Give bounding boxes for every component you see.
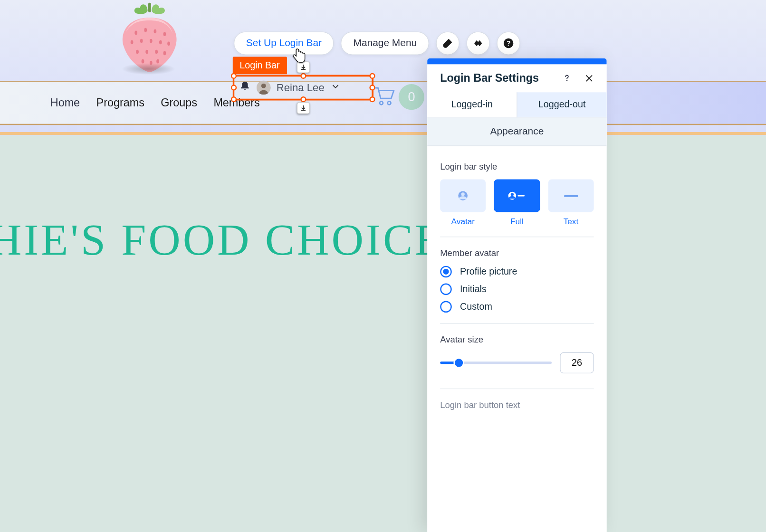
cart-count-badge: 0 xyxy=(399,84,424,110)
avatar-size-input[interactable]: 26 xyxy=(560,352,594,373)
svg-point-3 xyxy=(153,29,156,34)
strawberry-logo xyxy=(109,0,191,76)
element-action-toolbar: Set Up Login Bar Manage Menu ? xyxy=(234,31,520,55)
radio-label: Profile picture xyxy=(460,266,517,277)
pin-bottom-icon[interactable] xyxy=(297,102,309,114)
section-divider xyxy=(0,132,766,135)
radio-custom[interactable]: Custom xyxy=(440,301,594,313)
svg-point-20 xyxy=(388,101,391,104)
style-option-full[interactable]: Full xyxy=(494,180,540,226)
radio-label: Initials xyxy=(460,284,487,294)
tab-logged-out[interactable]: Logged-out xyxy=(517,92,606,117)
radio-icon xyxy=(440,284,452,295)
svg-point-25 xyxy=(461,192,465,196)
login-bar-button-text-label: Login bar button text xyxy=(440,399,594,409)
svg-point-8 xyxy=(159,40,162,45)
help-icon-button[interactable]: ? xyxy=(497,31,520,55)
help-icon xyxy=(562,73,572,84)
selection-tag: Login Bar xyxy=(233,57,287,74)
radio-icon xyxy=(440,266,452,278)
member-avatar-label: Member avatar xyxy=(440,248,594,258)
nav-item-groups[interactable]: Groups xyxy=(161,96,197,109)
svg-point-22 xyxy=(261,84,266,88)
paintbrush-icon xyxy=(442,38,454,49)
style-option-avatar[interactable]: Avatar xyxy=(440,180,486,226)
svg-point-13 xyxy=(163,51,166,56)
manage-menu-button[interactable]: Manage Menu xyxy=(341,31,429,55)
help-icon: ? xyxy=(503,38,515,49)
svg-point-12 xyxy=(155,50,158,54)
svg-point-4 xyxy=(163,32,166,36)
style-option-label: Text xyxy=(548,217,594,226)
tab-logged-in[interactable]: Logged-in xyxy=(427,92,517,117)
svg-point-27 xyxy=(511,193,514,196)
svg-point-10 xyxy=(136,50,139,54)
animation-icon xyxy=(472,38,484,49)
cart-icon xyxy=(374,86,395,109)
style-option-label: Avatar xyxy=(440,217,486,226)
radio-icon xyxy=(440,301,452,313)
panel-accent-bar xyxy=(427,58,607,64)
design-icon-button[interactable] xyxy=(436,31,460,55)
chevron-down-icon xyxy=(330,81,341,94)
svg-point-23 xyxy=(566,80,567,81)
svg-point-9 xyxy=(167,42,170,46)
close-icon xyxy=(584,74,594,83)
site-body: HIE'S FOOD CHOICE xyxy=(0,135,766,532)
nav-item-programs[interactable]: Programs xyxy=(96,96,144,109)
pointer-cursor-icon xyxy=(291,48,307,64)
avatar xyxy=(257,81,271,95)
nav-item-home[interactable]: Home xyxy=(50,96,80,109)
avatar-size-label: Avatar size xyxy=(440,334,594,344)
svg-point-7 xyxy=(150,39,153,43)
svg-point-2 xyxy=(144,28,147,32)
radio-initials[interactable]: Initials xyxy=(440,284,594,295)
cart-area[interactable]: 0 xyxy=(374,84,424,110)
style-option-label: Full xyxy=(494,217,540,226)
style-option-text[interactable]: Text xyxy=(548,180,594,226)
radio-profile-picture[interactable]: Profile picture xyxy=(440,266,594,278)
user-name-label: Reina Lee xyxy=(277,82,325,94)
login-bar-element[interactable]: Reina Lee xyxy=(233,75,373,100)
avatar-line-icon xyxy=(507,190,527,202)
svg-point-19 xyxy=(380,101,383,104)
login-bar-settings-panel: Login Bar Settings Logged-in Logged-out … xyxy=(427,58,607,532)
login-bar-style-label: Login bar style xyxy=(440,161,594,171)
svg-text:?: ? xyxy=(507,39,511,47)
radio-label: Custom xyxy=(460,302,492,312)
panel-section-appearance[interactable]: Appearance xyxy=(427,117,607,146)
svg-point-1 xyxy=(134,31,137,35)
avatar-size-slider[interactable] xyxy=(440,361,552,364)
avatar-icon xyxy=(453,190,473,202)
hero-title: HIE'S FOOD CHOICE xyxy=(0,214,444,265)
svg-point-11 xyxy=(145,50,148,54)
panel-help-button[interactable] xyxy=(560,71,574,86)
panel-close-button[interactable] xyxy=(582,71,596,86)
svg-rect-28 xyxy=(518,195,525,196)
set-up-login-bar-button[interactable]: Set Up Login Bar xyxy=(234,31,334,55)
bell-icon xyxy=(239,81,251,95)
svg-point-6 xyxy=(140,39,143,43)
svg-point-5 xyxy=(131,40,134,45)
svg-point-16 xyxy=(156,59,159,64)
animation-icon-button[interactable] xyxy=(467,31,490,55)
panel-title: Login Bar Settings xyxy=(440,72,552,85)
svg-rect-0 xyxy=(148,3,151,12)
